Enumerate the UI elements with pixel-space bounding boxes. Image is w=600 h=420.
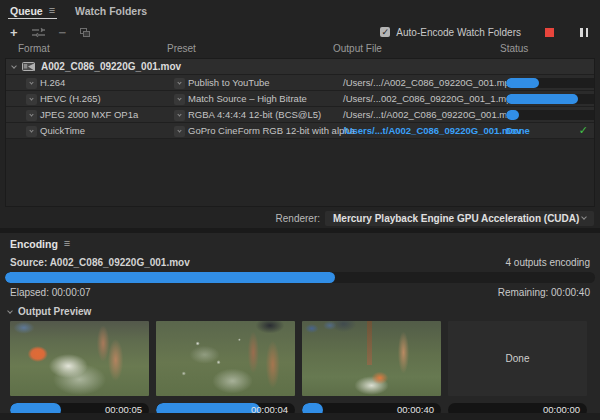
renderer-value: Mercury Playback Engine GPU Acceleration…: [333, 213, 579, 224]
format-dropdown[interactable]: [26, 110, 37, 121]
output-row[interactable]: HEVC (H.265) Match Source – High Bitrate…: [6, 91, 594, 107]
remaining-label: Remaining: 00:00:40: [498, 287, 590, 298]
source-group-row[interactable]: A002_C086_09220G_001.mov: [6, 59, 594, 75]
preset-dropdown[interactable]: [174, 126, 185, 137]
add-output-icon[interactable]: [32, 27, 45, 38]
preview-thumbnail: [302, 321, 441, 396]
output-path: /Users/...002_C086_09220G_001_1.mp4: [343, 91, 501, 106]
preset-dropdown[interactable]: [174, 94, 185, 105]
source-line: Source: A002_C086_09220G_001.mov 4 outpu…: [0, 257, 600, 268]
renderer-label: Renderer:: [276, 213, 320, 224]
queue-toolbar: + − ✓ Auto-Encode Watch Folders: [0, 21, 600, 43]
collapse-chevron-icon: [7, 308, 13, 314]
status-progress-bar: [506, 78, 595, 88]
queue-tabstrip: Queue ≡ Watch Folders: [0, 0, 600, 21]
tab-queue-label: Queue: [10, 5, 43, 17]
status-progress-bar: [506, 94, 595, 104]
format-dropdown[interactable]: [26, 94, 37, 105]
preview-card: 00:00:40: [302, 321, 441, 417]
column-preset: Preset: [167, 43, 196, 54]
preview-card: 00:00:04: [156, 321, 295, 417]
preview-thumbnail-done: Done: [448, 321, 587, 396]
output-preview-header[interactable]: Output Preview: [0, 306, 600, 317]
column-format: Format: [18, 43, 50, 54]
format-dropdown[interactable]: [26, 126, 37, 137]
checkbox-check-icon: ✓: [380, 27, 390, 37]
chevron-down-icon: [581, 214, 587, 220]
tab-encoding-label: Encoding: [10, 238, 58, 250]
remove-button[interactable]: −: [59, 26, 67, 39]
duplicate-button[interactable]: [80, 28, 90, 37]
preview-done-label: Done: [506, 353, 530, 364]
preset-link[interactable]: Match Source – High Bitrate: [188, 91, 307, 106]
video-clip-icon: [22, 61, 35, 72]
format-link[interactable]: JPEG 2000 MXF OP1a: [40, 107, 138, 122]
preset-dropdown[interactable]: [174, 110, 185, 121]
output-path: /Users/...t/A002_C086_09220G_001.mxf: [343, 107, 501, 122]
preset-link[interactable]: RGBA 4:4:4:4 12-bit (BCS@L5): [188, 107, 321, 122]
tab-watch-folders-label: Watch Folders: [75, 5, 147, 17]
preview-thumbnail: [10, 321, 149, 396]
output-row[interactable]: QuickTime GoPro CineForm RGB 12-bit with…: [6, 123, 594, 139]
preset-link[interactable]: Publish to YouTube: [188, 75, 270, 90]
output-row[interactable]: H.264 Publish to YouTube /Users/.../A002…: [6, 75, 594, 91]
preview-card: Done 00:00:00: [448, 321, 587, 417]
format-link[interactable]: HEVC (H.265): [40, 91, 101, 106]
outputs-encoding-label: 4 outputs encoding: [505, 257, 590, 268]
renderer-select[interactable]: Mercury Playback Engine GPU Acceleration…: [325, 211, 594, 226]
preview-card: 00:00:05: [10, 321, 149, 417]
queue-panel: Queue ≡ Watch Folders + −: [0, 0, 600, 57]
encoding-source-label: Source: A002_C086_09220G_001.mov: [10, 257, 190, 268]
tab-queue[interactable]: Queue ≡: [10, 0, 55, 21]
output-path: /Users/.../A002_C086_09220G_001.mp4: [343, 75, 501, 90]
panel-bottom-edge: [0, 413, 600, 420]
add-source-button[interactable]: +: [10, 26, 18, 39]
source-file-name: A002_C086_09220G_001.mov: [41, 61, 181, 72]
queue-column-headers: Format Preset Output File Status: [0, 43, 600, 57]
output-row[interactable]: JPEG 2000 MXF OP1a RGBA 4:4:4:4 12-bit (…: [6, 107, 594, 123]
media-encoder-window: Queue ≡ Watch Folders + −: [0, 0, 600, 420]
panel-menu-icon[interactable]: ≡: [64, 238, 70, 249]
elapsed-label: Elapsed: 00:00:07: [10, 287, 91, 298]
output-path-link[interactable]: /Users/...t/A002_C086_09220G_001.mov: [343, 123, 501, 138]
encoding-progress-bar: [5, 272, 595, 283]
preset-link[interactable]: GoPro CineForm RGB 12-bit with alpha: [188, 123, 355, 138]
collapse-chevron-icon[interactable]: [11, 63, 17, 69]
status-progress-bar: [506, 110, 595, 120]
output-preview-label: Output Preview: [18, 306, 91, 317]
status-done-label: Done: [506, 123, 530, 138]
auto-encode-checkbox[interactable]: ✓ Auto-Encode Watch Folders: [380, 27, 521, 38]
output-previews: 00:00:05 00:00:04 00:00:40 Done: [0, 317, 600, 417]
format-link[interactable]: QuickTime: [40, 123, 85, 138]
auto-encode-label: Auto-Encode Watch Folders: [396, 27, 521, 38]
renderer-row: Renderer: Mercury Playback Engine GPU Ac…: [0, 210, 600, 226]
stop-button[interactable]: [545, 28, 554, 37]
column-output-file: Output File: [333, 43, 382, 54]
time-line: Elapsed: 00:00:07 Remaining: 00:00:40: [0, 287, 600, 298]
format-link[interactable]: H.264: [40, 75, 65, 90]
active-tab-underline: [8, 18, 57, 19]
preset-dropdown[interactable]: [174, 78, 185, 89]
tab-encoding[interactable]: Encoding ≡: [10, 233, 70, 254]
format-dropdown[interactable]: [26, 78, 37, 89]
encoding-tabstrip: Encoding ≡: [0, 233, 600, 254]
done-check-icon: ✓: [579, 123, 588, 138]
pause-button[interactable]: [580, 28, 588, 37]
encoding-panel: Encoding ≡ Source: A002_C086_09220G_001.…: [0, 233, 600, 420]
preview-thumbnail: [156, 321, 295, 396]
panel-menu-icon[interactable]: ≡: [49, 5, 55, 16]
column-status: Status: [500, 43, 528, 54]
queue-table: A002_C086_09220G_001.mov H.264 Publish t…: [5, 58, 595, 207]
tab-watch-folders[interactable]: Watch Folders: [75, 0, 147, 21]
